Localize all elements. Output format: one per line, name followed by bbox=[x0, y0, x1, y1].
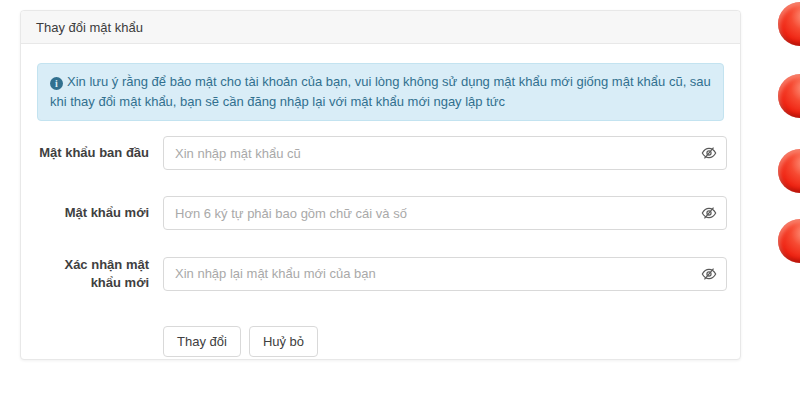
new-password-input-wrap bbox=[163, 196, 727, 230]
floating-red-button-2[interactable] bbox=[778, 74, 800, 118]
change-password-page: Thay đổi mật khẩu iXin lưu ý rằng để bảo… bbox=[0, 0, 800, 400]
info-circle-icon: i bbox=[50, 77, 63, 90]
eye-slash-icon bbox=[701, 266, 717, 282]
floating-side-widget bbox=[756, 0, 800, 400]
old-password-input-wrap bbox=[163, 136, 727, 170]
toggle-new-password-visibility-button[interactable] bbox=[700, 204, 718, 222]
eye-slash-icon bbox=[701, 145, 717, 161]
change-password-panel: Thay đổi mật khẩu iXin lưu ý rằng để bảo… bbox=[20, 10, 741, 360]
new-password-label: Mật khẩu mới bbox=[37, 204, 149, 222]
cancel-button[interactable]: Huỷ bỏ bbox=[249, 326, 318, 357]
form-row-old-password: Mật khẩu ban đầu bbox=[37, 136, 724, 170]
form-row-new-password: Mật khẩu mới bbox=[37, 196, 724, 230]
panel-header: Thay đổi mật khẩu bbox=[21, 11, 740, 44]
panel-title: Thay đổi mật khẩu bbox=[36, 20, 143, 35]
floating-red-button-1[interactable] bbox=[778, 2, 800, 46]
confirm-password-input-wrap bbox=[163, 257, 727, 291]
toggle-old-password-visibility-button[interactable] bbox=[700, 144, 718, 162]
toggle-confirm-password-visibility-button[interactable] bbox=[700, 265, 718, 283]
submit-change-button[interactable]: Thay đổi bbox=[163, 326, 241, 357]
old-password-label: Mật khẩu ban đầu bbox=[37, 144, 149, 162]
floating-red-button-3[interactable] bbox=[778, 149, 800, 193]
password-policy-alert: iXin lưu ý rằng để bảo mật cho tài khoản… bbox=[37, 63, 724, 121]
eye-slash-icon bbox=[701, 205, 717, 221]
old-password-input[interactable] bbox=[163, 136, 727, 170]
panel-body: iXin lưu ý rằng để bảo mật cho tài khoản… bbox=[21, 44, 740, 357]
form-actions: Thay đổi Huỷ bỏ bbox=[163, 326, 724, 357]
confirm-password-input[interactable] bbox=[163, 257, 727, 291]
form-row-confirm-password: Xác nhận mật khẩu mới bbox=[37, 256, 724, 291]
floating-red-button-4[interactable] bbox=[778, 219, 800, 263]
confirm-password-label: Xác nhận mật khẩu mới bbox=[37, 256, 149, 291]
new-password-input[interactable] bbox=[163, 196, 727, 230]
alert-text: Xin lưu ý rằng để bảo mật cho tài khoản … bbox=[50, 74, 711, 109]
